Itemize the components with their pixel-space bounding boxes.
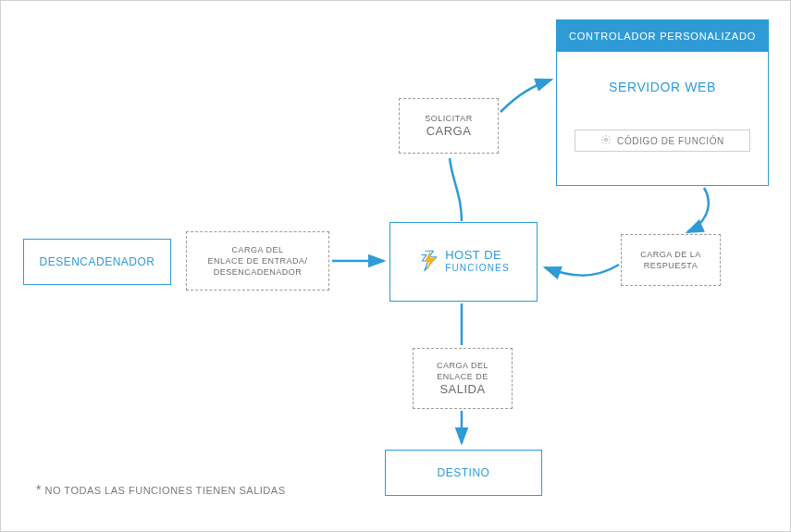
arrow-response-to-host	[545, 265, 619, 276]
input-payload-line1: CARGA DEL	[231, 244, 283, 255]
request-small: SOLICITAR	[425, 113, 472, 124]
output-line1: CARGA DEL	[437, 360, 488, 371]
lightning-icon	[417, 249, 441, 275]
response-line1: CARGA DE LA	[640, 249, 701, 260]
arrow-host-to-request	[450, 158, 462, 221]
trigger-box: DESENCADENADOR	[23, 239, 171, 285]
footnote-asterisk: *	[36, 482, 42, 497]
response-line2: RESPUESTA	[644, 260, 698, 271]
diagram-canvas: DESENCADENADOR CARGA DEL ENLACE DE ENTRA…	[0, 0, 791, 532]
output-line2: ENLACE DE	[437, 371, 488, 382]
request-payload-box: SOLICITAR CARGA	[399, 98, 499, 154]
svg-line-5	[602, 136, 603, 137]
response-payload-box: CARGA DE LA RESPUESTA	[621, 234, 721, 286]
input-payload-line2: ENLACE DE ENTRADA/	[207, 255, 307, 266]
code-pill: CÓDIGO DE FUNCIÓN	[575, 130, 750, 152]
web-server-label: SERVIDOR WEB	[609, 80, 716, 94]
destination-box: DESTINO	[385, 450, 542, 496]
code-pill-label: CÓDIGO DE FUNCIÓN	[617, 136, 724, 146]
input-payload-line3: DESENCADENADOR	[214, 266, 303, 278]
svg-point-0	[605, 139, 608, 142]
functions-host-bottom: FUNCIONES	[445, 262, 510, 275]
arrow-request-to-controller	[501, 80, 551, 112]
arrow-controller-to-response	[687, 188, 709, 232]
output-payload-box: CARGA DEL ENLACE DE SALIDA	[413, 348, 513, 409]
functions-host-top: HOST DE	[445, 249, 501, 262]
gear-icon	[600, 134, 612, 147]
functions-host-box: HOST DE FUNCIONES	[389, 222, 538, 302]
custom-controller-box: CONTROLADOR PERSONALIZADO SERVIDOR WEB	[556, 19, 769, 186]
svg-line-8	[609, 136, 610, 137]
footnote-text: NO TODAS LAS FUNCIONES TIENEN SALIDAS	[45, 485, 286, 496]
destination-label: DESTINO	[438, 466, 490, 479]
custom-controller-header: CONTROLADOR PERSONALIZADO	[557, 20, 768, 52]
svg-line-6	[609, 142, 610, 143]
input-payload-box: CARGA DEL ENLACE DE ENTRADA/ DESENCADENA…	[186, 231, 329, 291]
svg-line-7	[602, 142, 603, 143]
request-big: CARGA	[426, 124, 472, 139]
output-big: SALIDA	[439, 382, 485, 397]
trigger-label: DESENCADENADOR	[39, 255, 154, 268]
footnote: * NO TODAS LAS FUNCIONES TIENEN SALIDAS	[36, 482, 285, 497]
